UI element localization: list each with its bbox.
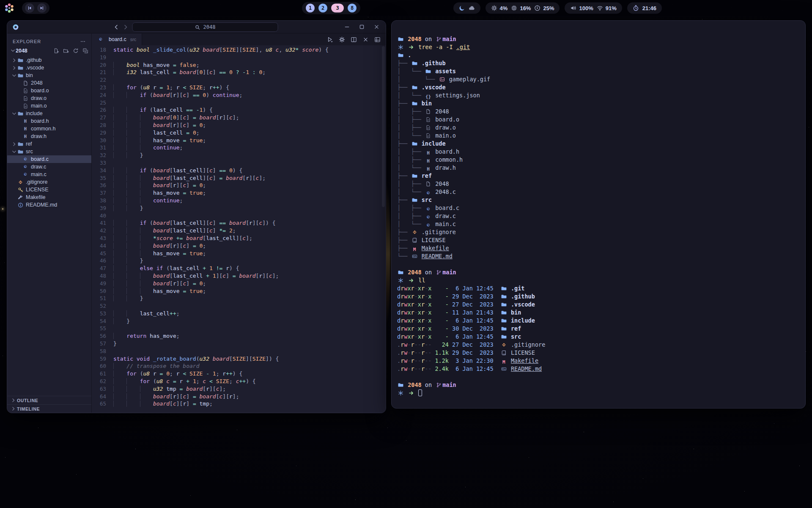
explorer-more-actions-icon[interactable] — [80, 39, 86, 44]
explorer-item-.vscode[interactable]: .vscode — [7, 64, 91, 72]
tree-entry-name: bin — [422, 100, 432, 107]
explorer-item-draw.c[interactable]: ©draw.c — [7, 163, 91, 171]
close-editor-button[interactable] — [362, 36, 369, 43]
file-permissions: .rw-r--r-- — [397, 365, 431, 373]
explorer-item-main.c[interactable]: ©main.c — [7, 171, 91, 178]
editor-titlebar: 2048 — [7, 21, 386, 33]
forward-button[interactable] — [122, 24, 129, 30]
code-text: has_move = true; — [113, 189, 206, 197]
code-text: } — [113, 152, 143, 159]
search-box[interactable]: 2048 — [132, 22, 278, 32]
workspace-button-1[interactable]: 1 — [306, 3, 315, 12]
explorer-item-board.o[interactable]: board.o — [7, 87, 91, 94]
line-number: 27 — [92, 114, 106, 121]
file-icon — [22, 80, 29, 86]
line-number: 40 — [92, 212, 106, 220]
workspace-button-8[interactable]: 8 — [348, 3, 357, 12]
code-text: board[r][c] = 0; — [113, 182, 206, 189]
scrollbar-thumb[interactable] — [382, 46, 385, 207]
prompt-directory: 2048 — [408, 269, 422, 276]
timeline-panel[interactable]: TIMELINE — [7, 404, 91, 413]
explorer-item-README.md[interactable]: README.md — [7, 201, 91, 209]
chevron-placeholder — [16, 88, 22, 94]
workspace-button-2[interactable]: 2 — [318, 3, 327, 12]
refresh-explorer-button[interactable] — [73, 48, 79, 54]
terminal-line: ├── LICENSE — [397, 236, 801, 244]
file-name: bin — [511, 309, 521, 316]
volume-stat[interactable]: 100% — [570, 5, 593, 11]
maximize-button[interactable] — [359, 24, 365, 30]
folder-icon — [17, 149, 24, 155]
explorer-item-main.o[interactable]: main.o — [7, 102, 91, 110]
audio-network-widget[interactable]: 100% 91% — [565, 2, 622, 14]
chevron-placeholder — [16, 164, 22, 170]
hfile-icon: H — [22, 134, 29, 139]
explorer-item-ref[interactable]: ref — [7, 140, 91, 148]
tab-board-c[interactable]: © board.c src — [92, 33, 142, 45]
explorer-item-board.c[interactable]: ©board.c — [7, 155, 91, 163]
explorer-item-draw.h[interactable]: Hdraw.h — [7, 133, 91, 140]
explorer-item-include[interactable]: include — [7, 110, 91, 117]
close-button[interactable] — [373, 24, 380, 30]
explorer-item-draw.o[interactable]: draw.o — [7, 94, 91, 102]
outline-panel[interactable]: OUTLINE — [7, 396, 91, 404]
layout-button[interactable] — [374, 36, 381, 43]
info-icon — [17, 202, 24, 208]
explorer-item-LICENSE[interactable]: LICENSE — [7, 186, 91, 193]
launcher-icon[interactable] — [4, 3, 14, 13]
folder-icon — [397, 270, 404, 275]
code-line: 23 for (u8 r = 1; r < SIZE; r++) { — [92, 84, 386, 91]
new-folder-button[interactable] — [63, 48, 69, 54]
run-button[interactable] — [327, 36, 333, 43]
disk-usage: 25% — [543, 5, 554, 11]
terminal-line: │ ├── H board.h — [397, 148, 801, 156]
gold-star-decoration — [2, 208, 3, 210]
media-next-button[interactable] — [37, 3, 47, 13]
explorer-item-.gitignore[interactable]: .gitignore — [7, 178, 91, 186]
code-area[interactable]: 18static bool _slide_col(u32 board[SIZE]… — [92, 45, 386, 413]
split-editor-button[interactable] — [351, 36, 357, 43]
file-name: .git — [511, 285, 525, 292]
explorer-item-board.h[interactable]: Hboard.h — [7, 117, 91, 125]
code-line: 52 — [92, 302, 386, 310]
line-number: 24 — [92, 91, 106, 99]
minimize-button[interactable] — [344, 24, 350, 30]
explorer-item-bin[interactable]: bin — [7, 72, 91, 79]
code-text: } — [113, 340, 117, 348]
media-prev-button[interactable] — [25, 3, 34, 13]
code-text: } — [113, 295, 143, 302]
line-number: 41 — [92, 219, 106, 227]
collapse-folders-button[interactable] — [82, 48, 88, 54]
explorer-sidebar: EXPLORER 2048 .github.vscodebin2048board… — [7, 33, 92, 413]
terminal-line: drwxr-xr-x - 6 Jan 12:45 .git — [397, 284, 801, 293]
code-text: } — [113, 204, 143, 212]
tree-entry-name: draw.o — [435, 124, 456, 131]
explorer-item-Makefile[interactable]: Makefile — [7, 193, 91, 201]
project-root-name: 2048 — [16, 48, 27, 54]
file-date: 11 Jan 21:43 — [452, 309, 494, 317]
file-size: - — [435, 325, 449, 333]
line-number: 30 — [92, 137, 106, 144]
back-button[interactable] — [113, 24, 120, 30]
line-number: 59 — [92, 355, 106, 363]
terminal-window[interactable]: 2048 on main tree -a -I .git .├── .githu… — [391, 20, 806, 409]
wifi-stat[interactable]: 91% — [597, 5, 617, 11]
editor-scrollbar[interactable] — [381, 46, 385, 412]
explorer-item-2048[interactable]: 2048 — [7, 79, 91, 87]
explorer-item-.github[interactable]: .github — [7, 56, 91, 64]
terminal-line: ├── bin — [397, 99, 801, 108]
project-root-row[interactable]: 2048 — [7, 46, 91, 55]
settings-gear-icon[interactable] — [339, 36, 345, 43]
file-permissions: drwxr-xr-x — [397, 333, 431, 341]
new-file-button[interactable] — [53, 48, 59, 54]
terminal-line: ll — [397, 276, 801, 284]
explorer-item-src[interactable]: src — [7, 148, 91, 155]
explorer-item-common.h[interactable]: Hcommon.h — [7, 125, 91, 133]
tree-connector: ├── — [397, 60, 411, 66]
terminal-line: drwxr-xr-x - 27 Dec 2023 .vscode — [397, 301, 801, 309]
file-name: include — [511, 317, 535, 324]
memory-stat: 16% — [511, 5, 531, 11]
prompt-separator: on — [425, 381, 432, 388]
tree-entry-name: .gitignore — [422, 229, 456, 235]
workspace-button-3[interactable]: 3 — [331, 3, 344, 12]
